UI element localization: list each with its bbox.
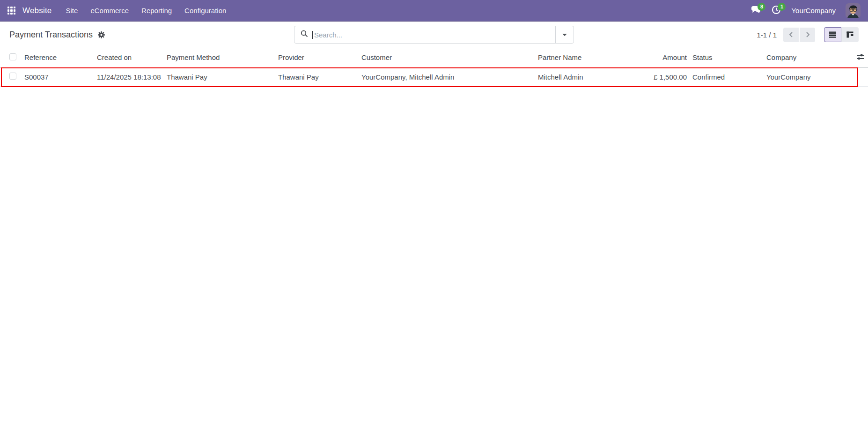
table-row[interactable]: S00037 11/24/2025 18:13:08 Thawani Pay T…: [0, 67, 868, 86]
header-status[interactable]: Status: [690, 48, 764, 67]
text-cursor: [312, 31, 313, 39]
cell-status: Confirmed: [690, 67, 764, 86]
kanban-view-icon: [846, 31, 853, 38]
header-payment-method[interactable]: Payment Method: [164, 48, 275, 67]
chevron-down-icon: [562, 34, 567, 36]
menu-configuration[interactable]: Configuration: [184, 7, 226, 15]
header-created-on[interactable]: Created on: [94, 48, 164, 67]
view-switcher: [824, 27, 859, 42]
chevron-right-icon: [805, 31, 810, 38]
main-menu: Site eCommerce Reporting Configuration: [66, 7, 227, 15]
search-bar: Search...: [294, 26, 574, 44]
search-options-toggle[interactable]: [555, 26, 574, 43]
app-name[interactable]: Website: [22, 6, 52, 15]
optional-columns-icon[interactable]: [856, 54, 864, 62]
header-partner-name[interactable]: Partner Name: [535, 48, 647, 67]
transactions-table: Reference Created on Payment Method Prov…: [0, 48, 868, 87]
search-input[interactable]: Search...: [294, 26, 555, 43]
activities-button[interactable]: 1: [771, 6, 781, 16]
menu-site[interactable]: Site: [66, 7, 78, 15]
cell-created-on: 11/24/2025 18:13:08: [94, 67, 164, 86]
list-view-button[interactable]: [824, 27, 841, 42]
kanban-view-button[interactable]: [841, 27, 859, 42]
pager-value[interactable]: 1-1 / 1: [757, 31, 777, 39]
cell-partner-name: Mitchell Admin: [535, 67, 647, 86]
cell-amount: £ 1,500.00: [647, 67, 690, 86]
navbar-right: 8 1 YourCompany: [751, 3, 861, 18]
menu-ecommerce[interactable]: eCommerce: [90, 7, 129, 15]
menu-reporting[interactable]: Reporting: [141, 7, 172, 15]
apps-menu-icon[interactable]: [7, 7, 15, 15]
pager-previous-button[interactable]: [783, 28, 799, 42]
search-placeholder: Search...: [314, 31, 342, 39]
pager-next-button[interactable]: [800, 28, 815, 42]
header-reference[interactable]: Reference: [22, 48, 94, 67]
header-amount[interactable]: Amount: [647, 48, 690, 67]
company-switcher[interactable]: YourCompany: [791, 7, 836, 15]
select-all-checkbox[interactable]: [9, 53, 16, 60]
cell-company: YourCompany: [764, 67, 853, 86]
cell-payment-method: Thawani Pay: [164, 67, 275, 86]
search-icon: [301, 30, 308, 39]
user-avatar[interactable]: [846, 3, 861, 18]
cell-provider: Thawani Pay: [275, 67, 359, 86]
messages-badge: 8: [758, 3, 765, 11]
control-panel: Payment Transactions: [0, 22, 868, 48]
header-provider[interactable]: Provider: [275, 48, 359, 67]
header-customer[interactable]: Customer: [359, 48, 535, 67]
header-company[interactable]: Company: [764, 48, 853, 67]
cell-customer: YourCompany, Mitchell Admin: [359, 67, 535, 86]
messages-button[interactable]: 8: [751, 6, 761, 16]
list-view-icon: [829, 31, 836, 38]
row-checkbox[interactable]: [9, 73, 16, 80]
chevron-left-icon: [788, 31, 794, 38]
top-navbar: Website Site eCommerce Reporting Configu…: [0, 0, 868, 22]
actions-gear-icon[interactable]: [97, 31, 105, 39]
cell-reference: S00037: [22, 67, 94, 86]
activities-badge: 1: [778, 3, 786, 11]
table-header-row: Reference Created on Payment Method Prov…: [0, 48, 868, 67]
page-title: Payment Transactions: [9, 30, 93, 40]
